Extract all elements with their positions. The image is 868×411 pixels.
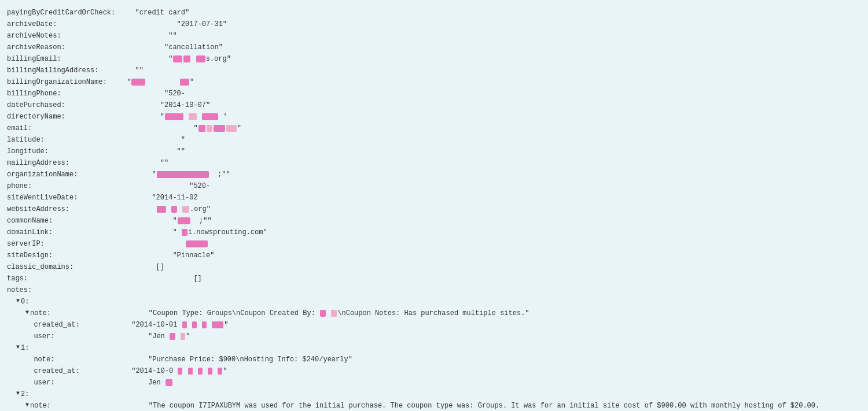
key-latitude: latitude: [7, 135, 123, 145]
field-email: email: "" [7, 123, 861, 134]
key-email: email: [7, 123, 123, 134]
key-mailing-address: mailingAddress: [7, 158, 123, 168]
field-paying-by-credit-card: payingByCreditCardOrCheck: "credit card" [7, 7, 861, 18]
field-phone: phone: "520- [7, 180, 861, 192]
value-created-at-0: "2014-10-01 " [127, 320, 861, 330]
key-created-at-1: created_at: [25, 366, 127, 376]
key-notes: notes: [7, 285, 123, 295]
value-billing-org: " " [123, 77, 861, 87]
key-site-live-date: siteWentLiveDate: [7, 192, 123, 203]
value-note-0: "Coupon Type: Groups\nCoupon Created By:… [132, 308, 861, 319]
field-common-name: commonName: " ;"" [7, 215, 861, 227]
toggle-note-2[interactable]: ▼ [25, 401, 29, 409]
value-billing-email: " s.org" [123, 54, 861, 64]
field-archive-reason: archiveReason: "cancellation" [7, 42, 861, 53]
toggle-2[interactable]: ▼ [16, 389, 20, 398]
notes-section-1: ▼ 1: [7, 342, 861, 354]
key-note-1: note: [25, 354, 127, 365]
key-notes-2: 2: [21, 389, 137, 399]
key-note-2: note: [30, 401, 132, 411]
key-common-name: commonName: [7, 216, 123, 226]
field-org-name: organizationName: " ;"" [7, 169, 861, 180]
value-user-0: "Jen " [127, 331, 861, 342]
field-latitude: latitude: " [7, 134, 861, 146]
field-directory-name: directoryName: " ' [7, 111, 861, 123]
value-site-design: "Pinnacle" [123, 250, 861, 261]
value-archive-date: "2017-07-31" [123, 19, 861, 29]
notes-0-note-row: ▼ note: "Coupon Type: Groups\nCoupon Cre… [7, 308, 861, 319]
field-classic-domains: classic_domains: [] [7, 261, 861, 273]
field-archive-date: archiveDate: "2017-07-31" [7, 18, 861, 30]
value-common-name: " ;"" [123, 216, 861, 226]
key-billing-email: billingEmail: [7, 54, 123, 64]
key-user-1: user: [25, 377, 127, 388]
key-date-purchased: datePurchased: [7, 100, 123, 110]
notes-section-0: ▼ 0: [7, 296, 861, 308]
key-notes-0: 0: [21, 297, 137, 307]
field-billing-phone: billingPhone: "520- [7, 88, 861, 99]
value-note-1: "Purchase Price: $900\nHosting Info: $24… [127, 354, 861, 365]
key-archive-date: archiveDate: [7, 19, 123, 29]
field-billing-email: billingEmail: " s.org" [7, 53, 861, 65]
key-billing-mailing: billingMailingAddress: [7, 65, 123, 76]
field-website-address: websiteAddress: .org" [7, 203, 861, 215]
notes-1-note-row: note: "Purchase Price: $900\nHosting Inf… [7, 354, 861, 365]
key-billing-phone: billingPhone: [7, 88, 123, 99]
value-site-live-date: "2014-11-02 [123, 192, 861, 203]
key-created-at-0: created_at: [25, 320, 127, 330]
key-tags: tags: [7, 273, 123, 284]
value-archive-notes: "" [123, 31, 861, 41]
value-tags: [] [123, 273, 861, 284]
value-user-1: Jen [127, 377, 861, 388]
notes-section-2: ▼ 2: [7, 388, 861, 400]
value-website-address: .org" [123, 204, 861, 214]
key-directory-name: directoryName: [7, 112, 123, 122]
key-longitude: longitude: [7, 146, 123, 157]
toggle-0[interactable]: ▼ [16, 297, 20, 305]
value-paying: "credit card" [123, 8, 861, 18]
toggle-1[interactable]: ▼ [16, 343, 20, 351]
value-billing-phone: "520- [123, 88, 861, 99]
notes-0-created-at-row: created_at: "2014-10-01 " [7, 319, 861, 331]
value-mailing-address: "" [123, 158, 861, 168]
key-archive-notes: archiveNotes: [7, 31, 123, 41]
value-email: "" [123, 123, 861, 134]
field-longitude: longitude: "" [7, 146, 861, 157]
field-date-purchased: datePurchased: "2014-10-07" [7, 99, 861, 111]
field-site-design: siteDesign: "Pinnacle" [7, 250, 861, 261]
field-server-ip: serverIP: [7, 238, 861, 250]
notes-1-user-row: user: Jen [7, 377, 861, 388]
value-domain-link: " i.nowsprouting.com" [123, 227, 861, 238]
value-billing-mailing: "" [123, 65, 861, 76]
json-viewer: payingByCreditCardOrCheck: "credit card"… [5, 5, 863, 411]
value-phone: "520- [123, 181, 861, 191]
field-billing-mailing-addr: billingMailingAddress: "" [7, 65, 861, 76]
value-server-ip [123, 239, 861, 249]
key-notes-1: 1: [21, 343, 137, 353]
key-org-name: organizationName: [7, 169, 123, 180]
value-archive-reason: "cancellation" [123, 42, 861, 53]
field-site-live-date: siteWentLiveDate: "2014-11-02 [7, 192, 861, 203]
key-paying: payingByCreditCardOrCheck: [7, 8, 123, 18]
value-date-purchased: "2014-10-07" [123, 100, 861, 110]
key-archive-reason: archiveReason: [7, 42, 123, 53]
notes-2-note-row: ▼ note: "The coupon I7IPAXUBYM was used … [7, 400, 861, 411]
value-org-name: " ;"" [123, 169, 861, 180]
field-domain-link: domainLink: " i.nowsprouting.com" [7, 227, 861, 238]
field-notes-label: notes: [7, 284, 861, 296]
field-tags: tags: [] [7, 273, 861, 284]
key-note-0: note: [30, 308, 132, 319]
key-server-ip: serverIP: [7, 239, 123, 249]
key-classic-domains: classic_domains: [7, 262, 123, 272]
toggle-note-0[interactable]: ▼ [25, 308, 29, 317]
key-phone: phone: [7, 181, 123, 191]
value-note-2: "The coupon I7IPAXUBYM was used for the … [132, 401, 826, 411]
value-directory-name: " ' [123, 112, 861, 122]
value-longitude: "" [123, 146, 861, 157]
value-latitude: " [123, 135, 861, 145]
key-website-address: websiteAddress: [7, 204, 123, 214]
value-created-at-1: "2014-10-0 " [127, 366, 861, 376]
key-billing-org: billingOrganizationName: [7, 77, 123, 87]
field-archive-notes: archiveNotes: "" [7, 30, 861, 42]
field-mailing-address: mailingAddress: "" [7, 157, 861, 169]
